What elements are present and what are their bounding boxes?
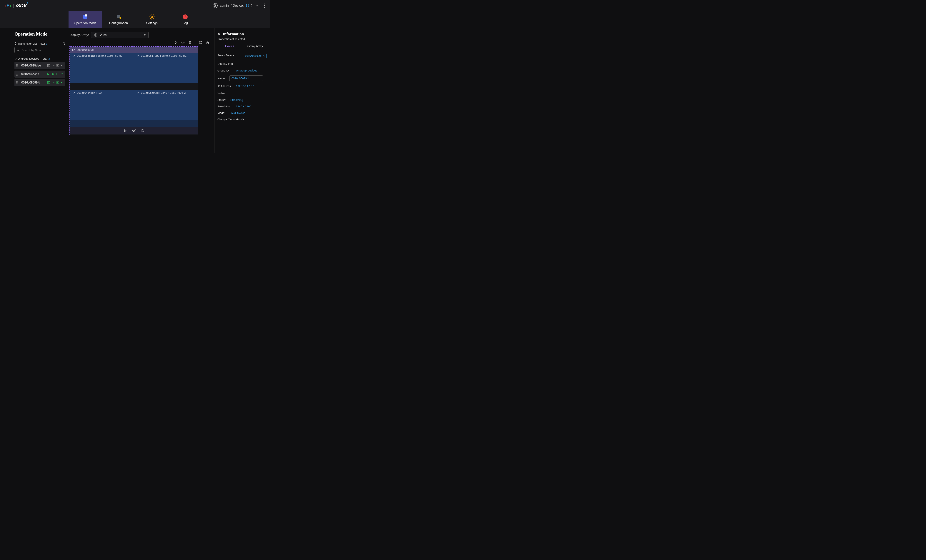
info-subtitle: Properities of selected xyxy=(218,38,266,41)
device-label-suffix: ) xyxy=(251,4,252,8)
device-id: 0016c0515dee xyxy=(20,64,45,67)
usb-icon xyxy=(61,81,64,84)
rx-gap xyxy=(70,83,198,89)
tab-device[interactable]: Device xyxy=(218,43,242,50)
logo-letter: i xyxy=(5,3,6,9)
server-icon xyxy=(116,14,121,20)
rx-cell[interactable]: RX_0016c04c4bd7 | N/A xyxy=(70,90,134,127)
device-id: 0016c05699fd xyxy=(20,81,45,84)
nav-operation-mode[interactable]: Operation Mode xyxy=(68,11,102,28)
nav-configuration[interactable]: Configuration xyxy=(102,11,135,28)
search-input[interactable] xyxy=(22,48,64,51)
status-label: Status: xyxy=(218,98,228,101)
logo-isdv: iSDV xyxy=(16,3,27,9)
swap-icon[interactable] xyxy=(62,42,65,45)
tiles-icon xyxy=(82,14,88,20)
info-tabs: Device Display Array xyxy=(218,43,266,50)
kebab-menu-icon[interactable] xyxy=(264,3,265,8)
trash-icon[interactable] xyxy=(188,41,192,45)
group-id-value: Ungroup Devices xyxy=(236,69,257,72)
page-title: Operation Mode xyxy=(14,32,65,37)
topbar: i E i | iSDV admin ( Device: 15 ) xyxy=(0,0,270,11)
navbar: Operation Mode Configuration Settings Lo… xyxy=(0,11,270,28)
device-row[interactable]: 0016c04c4bd7 xyxy=(14,71,65,77)
svg-rect-15 xyxy=(150,18,151,19)
usb-icon xyxy=(61,73,64,76)
svg-point-26 xyxy=(95,34,97,36)
ungroup-header[interactable]: Ungroup Devices | Total 3 xyxy=(14,57,65,60)
clock-icon xyxy=(182,14,188,20)
lock-icon[interactable] xyxy=(206,41,209,45)
device-label-prefix: ( Device: xyxy=(231,4,244,8)
name-label: Name: xyxy=(218,77,228,80)
drag-handle-icon[interactable] xyxy=(16,81,18,84)
svg-rect-4 xyxy=(117,15,120,16)
rx-label: RX_0016c04c4bd7 | N/A xyxy=(71,91,102,94)
transmitter-total: 3 xyxy=(46,42,47,45)
select-device[interactable]: 0016c05699fd xyxy=(243,54,266,58)
volume-icon xyxy=(51,64,54,67)
svg-rect-13 xyxy=(153,18,154,19)
logo-letter: i xyxy=(10,3,11,9)
display-icon xyxy=(56,73,59,76)
rx-label: RX_0016c0517eb9 | 3840 x 2160 | 60 Hz xyxy=(136,54,186,57)
print-icon[interactable] xyxy=(199,41,203,45)
display-icon xyxy=(56,64,59,67)
array-toolbar xyxy=(70,41,212,45)
right-panel: Information Properities of selected Devi… xyxy=(214,28,270,153)
brand-logo: i E i | iSDV xyxy=(5,3,26,9)
volume-icon xyxy=(51,81,54,84)
sort-expand-icon xyxy=(14,42,17,45)
svg-rect-30 xyxy=(207,42,209,44)
device-row[interactable]: 0016c05699fd xyxy=(14,79,65,86)
logo-letter: E xyxy=(6,3,10,9)
svg-rect-11 xyxy=(154,17,154,17)
play-icon[interactable] xyxy=(123,129,127,133)
rx-cell[interactable]: RX_0016c05699fd | 3840 x 2160 | 60 Hz xyxy=(134,90,198,127)
mode-value: FAST Switch xyxy=(230,111,245,115)
chevron-down-icon xyxy=(14,58,17,60)
svg-point-16 xyxy=(151,16,153,17)
status-value: Streaming xyxy=(230,98,243,101)
ip-label: IP Address: xyxy=(218,85,234,88)
nav-label: Operation Mode xyxy=(74,21,97,25)
left-panel: Operation Mode Transmitter List | Total … xyxy=(0,28,68,153)
chevron-down-icon xyxy=(144,34,146,36)
chevron-down-icon[interactable] xyxy=(256,5,258,7)
user-avatar-icon xyxy=(213,3,218,8)
svg-rect-9 xyxy=(152,18,152,20)
name-input[interactable] xyxy=(230,76,263,81)
tab-display-array[interactable]: Display Array xyxy=(242,43,267,50)
play-icon[interactable] xyxy=(174,41,178,45)
mute-icon[interactable] xyxy=(132,129,136,133)
device-row[interactable]: 0016c0515dee xyxy=(14,62,65,69)
array-select-value: ATest xyxy=(100,33,141,37)
volume-icon[interactable] xyxy=(181,41,185,45)
info-title: Information xyxy=(222,32,244,36)
drag-handle-icon[interactable] xyxy=(16,64,18,67)
gear-icon[interactable] xyxy=(141,129,144,133)
transmitter-list-label: Transmitter List | Total xyxy=(18,42,45,45)
display-info-head: Display Info xyxy=(218,62,266,65)
nav-log[interactable]: Log xyxy=(168,11,202,28)
usb-icon xyxy=(61,64,64,67)
user-name: admin xyxy=(219,4,229,8)
svg-rect-8 xyxy=(152,14,152,15)
transmitter-list-header[interactable]: Transmitter List | Total 3 xyxy=(14,42,48,45)
drag-handle-icon[interactable] xyxy=(16,73,18,76)
radio-icon xyxy=(94,33,98,37)
resolution-value: 3840 x 2160 xyxy=(236,105,251,108)
svg-point-18 xyxy=(17,49,19,51)
display-array-canvas[interactable]: TX_0016c05699fd RX_0016c05651a5 | 3840 x… xyxy=(70,46,198,135)
nav-settings[interactable]: Settings xyxy=(135,11,168,28)
user-block[interactable]: admin ( Device: 15 ) xyxy=(213,3,258,8)
display-array-select[interactable]: ATest xyxy=(91,32,148,38)
gear-icon xyxy=(149,14,155,20)
svg-rect-3 xyxy=(85,14,87,17)
collapse-icon[interactable] xyxy=(218,32,221,35)
logo-separator: | xyxy=(13,3,14,9)
display-array-label: Display Array: xyxy=(70,33,89,37)
ungroup-total: 3 xyxy=(48,57,50,60)
cast-icon xyxy=(47,81,50,84)
search-input-wrap[interactable] xyxy=(14,47,65,53)
